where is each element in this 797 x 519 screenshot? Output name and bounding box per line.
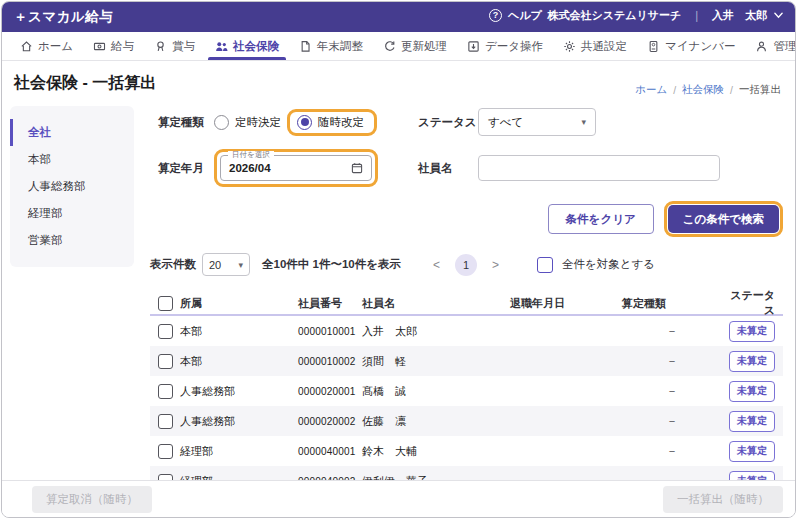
bonus-icon [154,40,167,53]
table-row: 本部 0000010001 入井 太郎 − 未算定 [150,316,783,346]
title-row: 社会保険 - 一括算出 ホーム/社会保険/一括算出 [2,61,795,100]
prev-page-button[interactable]: < [431,258,442,272]
status-badge[interactable]: 未算定 [729,381,775,402]
table-row: 人事総務部 0000020001 髙橋 誠 − 未算定 [150,376,783,406]
employee-name-input[interactable] [478,155,720,181]
target-month-input[interactable]: 日付を選択 2026/04 [220,155,372,181]
help-icon: ? [489,9,502,22]
cell-department: 人事総務部 [180,414,298,429]
row-checkbox[interactable] [158,354,173,369]
year-end-icon [299,40,312,53]
topbar-separator: ｜ [691,8,702,23]
cell-department: 本部 [180,354,298,369]
help-label: ヘルプ [508,8,542,23]
select-all-checkbox[interactable] [537,257,553,273]
cell-department: 経理部 [180,444,298,459]
date-value: 2026/04 [229,162,271,174]
date-floating-label: 日付を選択 [228,151,274,159]
update-icon [383,40,396,53]
cell-calc-type: − [622,355,722,367]
cell-calc-type: − [622,385,722,397]
cell-employee-name: 鈴木 大輔 [362,444,510,459]
nav-item-settings[interactable]: 共通設定 [553,32,637,60]
table-body: 本部 0000010001 入井 太郎 − 未算定 本部 0000010002 … [150,316,783,496]
filter-actions: 条件をクリア この条件で検索 [150,201,783,237]
result-range-text: 全10件中 1件〜10件を表示 [262,257,401,272]
breadcrumb-link[interactable]: ホーム [635,83,667,97]
nav-item-year-end[interactable]: 年末調整 [289,32,373,60]
nav-item-bonus[interactable]: 賞与 [144,32,205,60]
column-header: ステータス [722,288,783,318]
target-month-label: 算定年月 [150,161,214,176]
bulk-calc-button[interactable]: 一括算出（随時） [663,486,783,513]
nav-item-admin[interactable]: 管理 [745,32,796,60]
per-page-select[interactable]: 20 ▾ [202,253,250,276]
cell-employee-number: 0000020002 [298,416,362,427]
nav-item-home[interactable]: ホーム [10,32,83,60]
help-link[interactable]: ? ヘルプ [489,8,542,23]
nav-item-payroll[interactable]: 給与 [83,32,144,60]
payroll-icon [93,40,106,53]
radio-zuiji-kaitei[interactable]: 随時改定 [297,115,364,130]
cancel-calc-button[interactable]: 算定取消（随時） [32,486,152,513]
breadcrumb-link[interactable]: 社会保険 [682,83,724,97]
column-header: 算定種類 [622,296,722,311]
status-badge[interactable]: 未算定 [729,321,775,342]
select-all-control: 全件を対象とする [537,257,655,273]
app-logo[interactable]: ＋スマカル給与 [14,8,113,26]
user-menu[interactable]: 入井 太郎 [712,8,783,23]
highlight-box-radio: 随時改定 [287,109,377,136]
caret-down-icon: ▾ [581,117,586,127]
page-number[interactable]: 1 [455,254,477,276]
row-checkbox[interactable] [158,444,173,459]
table-header: 所属社員番号社員名退職年月日算定種類ステータス [150,288,783,316]
status-badge[interactable]: 未算定 [729,441,775,462]
calc-type-label: 算定種類 [150,115,214,130]
cell-employee-name: 須間 軽 [362,354,510,369]
sidebar-item-department[interactable]: 本部 [10,146,134,173]
radio-selected-icon [297,115,312,130]
row-checkbox[interactable] [158,414,173,429]
cell-employee-name: 佐藤 凛 [362,414,510,429]
nav-item-data[interactable]: データ操作 [457,32,553,60]
social-insurance-icon [215,40,228,53]
list-controls: 表示件数 20 ▾ 全10件中 1件〜10件を表示 < 1 > 全件を対象とする [150,253,783,276]
header-checkbox[interactable] [158,296,173,311]
status-badge[interactable]: 未算定 [729,411,775,432]
column-header: 社員名 [362,296,510,311]
sidebar-item-department[interactable]: 経理部 [10,200,134,227]
clear-conditions-button[interactable]: 条件をクリア [548,204,654,234]
sidebar-item-department[interactable]: 営業部 [10,227,134,254]
status-badge[interactable]: 未算定 [729,351,775,372]
filter-panel: 算定種類 定時決定 随時改定 ステータス [150,108,783,187]
department-sidebar: 全社 本部 人事総務部 経理部 営業部 [10,106,134,267]
nav-item-update[interactable]: 更新処理 [373,32,457,60]
company-name: 株式会社システムリサーチ [547,8,681,23]
caret-down-icon: ▾ [238,260,243,270]
sidebar-item-department[interactable]: 人事総務部 [10,173,134,200]
status-select[interactable]: すべて ▾ [478,108,596,136]
highlight-box-date: 日付を選択 2026/04 [214,149,378,187]
cell-calc-type: − [622,445,722,457]
search-button[interactable]: この条件で検索 [668,205,779,233]
row-checkbox[interactable] [158,384,173,399]
per-page-label: 表示件数 [150,257,196,272]
calendar-icon [351,162,363,174]
cell-employee-name: 入井 太郎 [362,324,510,339]
nav-item-social-insurance[interactable]: 社会保険 [205,32,289,60]
cell-employee-number: 0000010002 [298,356,362,367]
sidebar-item-department[interactable]: 全社 [10,119,134,146]
data-icon [467,40,480,53]
cell-employee-name: 髙橋 誠 [362,384,510,399]
nav-item-my-number[interactable]: マイナンバー [637,32,745,60]
next-page-button[interactable]: > [490,258,501,272]
cell-department: 人事総務部 [180,384,298,399]
table-row: 人事総務部 0000020002 佐藤 凛 − 未算定 [150,406,783,436]
employee-table: 所属社員番号社員名退職年月日算定種類ステータス 本部 0000010001 入井… [150,288,783,496]
breadcrumb-separator: / [730,84,733,96]
row-checkbox[interactable] [158,324,173,339]
cell-employee-number: 0000010001 [298,326,362,337]
admin-icon [755,40,768,53]
radio-teiji-kettei[interactable]: 定時決定 [214,115,281,130]
table-row: 経理部 0000040001 鈴木 大輔 − 未算定 [150,436,783,466]
